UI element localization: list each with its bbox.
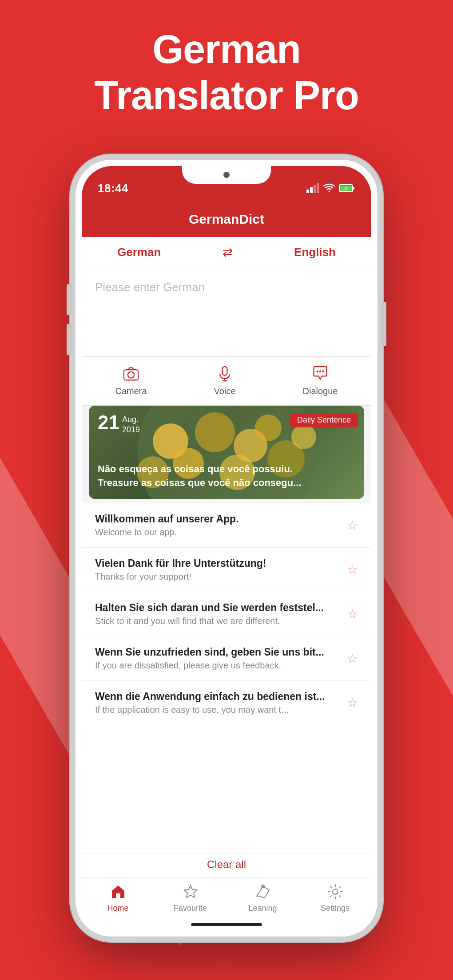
history-item-3[interactable]: Wenn Sie unzufrieden sind, geben Sie uns…	[82, 636, 371, 681]
target-language[interactable]: English	[294, 245, 336, 259]
voice-label: Voice	[214, 386, 236, 396]
volume-down-button	[67, 324, 72, 355]
english-0: Welcome to our app.	[95, 527, 340, 537]
svg-rect-6	[353, 187, 354, 190]
english-2: Stick to it and you will find that we ar…	[95, 616, 340, 626]
favourite-icon	[183, 884, 199, 901]
notch	[182, 166, 271, 184]
svg-rect-2	[314, 185, 316, 193]
german-1: Vielen Dank für Ihre Unterstützung!	[95, 557, 340, 569]
tab-leaning[interactable]: Leaning	[226, 884, 299, 913]
volume-up-button	[67, 284, 72, 315]
svg-rect-1	[310, 187, 313, 193]
svg-point-27	[333, 889, 338, 894]
star-icon-2[interactable]: ☆	[347, 607, 358, 621]
daily-sentence-badge: Daily Sentence	[290, 413, 358, 427]
german-2: Halten Sie sich daran und Sie werden fes…	[95, 602, 340, 614]
star-icon-1[interactable]: ☆	[347, 562, 358, 577]
history-item-0[interactable]: Willkommen auf unserer App. Welcome to o…	[82, 503, 371, 548]
german-0: Willkommen auf unserer App.	[95, 513, 340, 525]
source-language[interactable]: German	[117, 245, 161, 259]
tab-leaning-label: Leaning	[248, 904, 277, 913]
status-icons: ⚡	[306, 183, 355, 193]
status-bar: 18:44	[82, 166, 371, 202]
tab-favourite-label: Favourite	[174, 904, 207, 913]
date-day: 21	[98, 413, 119, 432]
tab-bar: Home Favourite Leanin	[82, 877, 371, 930]
input-tools: Camera Voice	[82, 357, 371, 406]
german-3: Wenn Sie unzufrieden sind, geben Sie uns…	[95, 646, 340, 658]
history-text-1: Vielen Dank für Ihre Unterstützung! Than…	[95, 557, 340, 582]
tab-favourite[interactable]: Favourite	[154, 884, 226, 913]
leaning-icon	[255, 884, 271, 901]
star-icon-0[interactable]: ☆	[347, 518, 358, 533]
translation-input[interactable]: Please enter German	[82, 268, 371, 357]
dialogue-icon	[312, 366, 328, 383]
phone-screen: 18:44	[82, 166, 371, 930]
clear-all-section: Clear all	[82, 853, 371, 875]
daily-sentence-card[interactable]: 21 Aug. 2019 Daily Sentence Não esqueça …	[89, 406, 364, 499]
date-month-year: Aug. 2019	[122, 415, 140, 435]
svg-rect-10	[223, 367, 227, 375]
star-icon-4[interactable]: ☆	[347, 695, 358, 710]
app-title: German Translator Pro	[0, 27, 453, 119]
camera-dot	[223, 172, 230, 178]
svg-text:⚡: ⚡	[343, 186, 349, 192]
swap-languages-icon[interactable]: ⇄	[223, 245, 233, 260]
input-placeholder[interactable]: Please enter German	[95, 281, 205, 294]
camera-icon	[123, 366, 139, 383]
svg-point-19	[195, 412, 235, 452]
english-4: If the application is easy to use, you m…	[95, 705, 340, 715]
svg-point-14	[319, 371, 321, 372]
home-indicator	[191, 923, 262, 926]
camera-tool[interactable]: Camera	[115, 366, 147, 396]
voice-tool[interactable]: Voice	[214, 366, 236, 396]
dialogue-label: Dialogue	[303, 386, 338, 396]
german-4: Wenn die Anwendung einfach zu bedienen i…	[95, 691, 340, 703]
history-text-2: Halten Sie sich daran und Sie werden fes…	[95, 602, 340, 626]
camera-label: Camera	[115, 386, 147, 396]
history-item-1[interactable]: Vielen Dank für Ihre Unterstützung! Than…	[82, 548, 371, 592]
svg-point-21	[255, 415, 282, 441]
daily-line2: Treasure as coisas que você não consegu.…	[98, 476, 355, 490]
tab-home-label: Home	[107, 904, 128, 913]
svg-point-15	[322, 371, 324, 372]
star-icon-3[interactable]: ☆	[347, 651, 358, 666]
svg-rect-0	[306, 190, 309, 193]
daily-line1: Não esqueça as coisas que você possuiu.	[98, 462, 355, 476]
history-text-4: Wenn die Anwendung einfach zu bedienen i…	[95, 691, 340, 715]
nav-title: GermanDict	[189, 212, 264, 227]
tab-home[interactable]: Home	[82, 884, 154, 913]
svg-point-13	[317, 371, 318, 372]
tab-settings[interactable]: Settings	[299, 884, 371, 913]
language-switcher[interactable]: German ⇄ English	[82, 237, 371, 268]
english-1: Thanks for your support!	[95, 572, 340, 582]
svg-rect-3	[317, 183, 319, 193]
signal-icon	[306, 183, 319, 193]
clear-all-button[interactable]: Clear all	[207, 858, 246, 871]
voice-icon	[217, 366, 233, 383]
battery-icon: ⚡	[339, 184, 355, 193]
english-3: If you are dissatisfied, please give us …	[95, 660, 340, 671]
wifi-icon	[323, 183, 335, 193]
svg-point-9	[128, 372, 134, 378]
history-list: Willkommen auf unserer App. Welcome to o…	[82, 503, 371, 877]
daily-sentence-text: Não esqueça as coisas que você possuiu. …	[98, 462, 355, 490]
nav-bar: GermanDict	[82, 202, 371, 237]
status-time: 18:44	[98, 182, 128, 195]
history-text-3: Wenn Sie unzufrieden sind, geben Sie uns…	[95, 646, 340, 671]
history-item-2[interactable]: Halten Sie sich daran und Sie werden fes…	[82, 592, 371, 636]
settings-icon	[327, 884, 343, 901]
svg-point-25	[291, 424, 316, 449]
dialogue-tool[interactable]: Dialogue	[303, 366, 338, 396]
tab-settings-label: Settings	[321, 904, 350, 913]
power-button	[381, 302, 386, 346]
phone-mockup: 18:44	[76, 160, 378, 937]
daily-date: 21 Aug. 2019	[98, 413, 140, 435]
history-text-0: Willkommen auf unserer App. Welcome to o…	[95, 513, 340, 537]
history-item-4[interactable]: Wenn die Anwendung einfach zu bedienen i…	[82, 681, 371, 725]
home-icon	[110, 884, 126, 901]
